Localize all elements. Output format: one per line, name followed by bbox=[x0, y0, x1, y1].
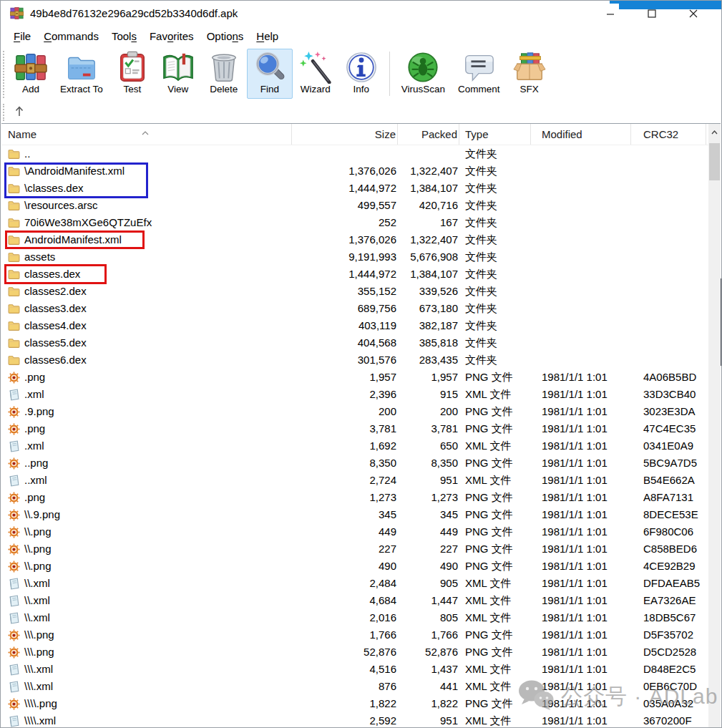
minimize-button[interactable] bbox=[590, 1, 631, 26]
file-size: 1,273 bbox=[292, 489, 398, 506]
table-row[interactable]: .png1,9571,957PNG 文件1981/1/1 1:014A06B5B… bbox=[1, 369, 708, 386]
column-header-size[interactable]: Size bbox=[292, 124, 398, 145]
menu-commands[interactable]: Commands bbox=[37, 28, 105, 44]
menu-favorites[interactable]: Favorites bbox=[143, 28, 200, 44]
column-header-type[interactable]: Type bbox=[459, 124, 531, 145]
png-icon bbox=[8, 423, 20, 435]
address-bar[interactable] bbox=[1, 102, 721, 123]
file-size: 1,444,972 bbox=[292, 180, 398, 197]
file-size: 227 bbox=[292, 540, 398, 558]
table-row[interactable]: \\.png449449PNG 文件1981/1/1 1:016F980C06 bbox=[1, 523, 708, 540]
folder-icon bbox=[8, 286, 20, 298]
file-modified: 1981/1/1 1:01 bbox=[531, 558, 631, 575]
table-row[interactable]: \\\.png1,7661,766PNG 文件1981/1/1 1:01D5F3… bbox=[1, 626, 708, 644]
add-button[interactable]: Add bbox=[8, 49, 54, 99]
file-crc32 bbox=[631, 283, 706, 300]
file-name: .9.png bbox=[24, 403, 54, 420]
table-row[interactable]: \\.9.png345345PNG 文件1981/1/1 1:018DECE53… bbox=[1, 506, 708, 523]
table-row[interactable]: \AndroidManifest.xml1,376,0261,322,407文件… bbox=[1, 162, 708, 180]
sfx-button[interactable]: SFX bbox=[507, 49, 552, 99]
file-packed: 1,384,107 bbox=[398, 180, 459, 197]
file-modified: 1981/1/1 1:01 bbox=[531, 644, 631, 661]
file-packed: 52,876 bbox=[398, 644, 459, 661]
file-type: XML 文件 bbox=[459, 472, 531, 489]
table-row[interactable]: classes3.dex689,756673,180文件夹 bbox=[1, 300, 708, 317]
table-row[interactable]: ..xml2,724951XML 文件1981/1/1 1:01B54E662A bbox=[1, 472, 708, 489]
table-row[interactable]: \\\\.xml2,592951XML 文件1981/1/1 1:0136702… bbox=[1, 712, 708, 727]
file-name: \\\\.png bbox=[24, 695, 57, 712]
view-button[interactable]: View bbox=[155, 49, 201, 99]
table-row[interactable]: \\.png490490PNG 文件1981/1/1 1:014CE92B29 bbox=[1, 558, 708, 575]
file-name: AndroidManifest.xml bbox=[24, 231, 122, 248]
table-row[interactable]: \\\\.png1,8221,822PNG 文件1981/1/1 1:01035… bbox=[1, 695, 708, 712]
close-button[interactable] bbox=[673, 1, 714, 26]
table-row[interactable]: \\.png227227PNG 文件1981/1/1 1:01C858BED6 bbox=[1, 540, 708, 558]
file-size: 689,756 bbox=[292, 300, 398, 317]
table-row[interactable]: assets9,191,9935,676,908文件夹 bbox=[1, 248, 708, 266]
find-button[interactable]: Find bbox=[247, 49, 293, 99]
cell-name: .xml bbox=[1, 386, 292, 403]
table-row[interactable]: .png1,2731,273PNG 文件1981/1/1 1:01A8FA713… bbox=[1, 489, 708, 506]
maximize-button[interactable] bbox=[631, 1, 673, 26]
table-row[interactable]: ..png8,3508,350PNG 文件1981/1/1 1:015BC9A7… bbox=[1, 455, 708, 472]
file-size: 9,191,993 bbox=[292, 248, 398, 266]
table-row[interactable]: ..文件夹 bbox=[1, 145, 708, 162]
table-row[interactable]: \resources.arsc499,557420,716文件夹 bbox=[1, 197, 708, 214]
table-row[interactable]: \\.xml4,6841,447XML 文件1981/1/1 1:01EA732… bbox=[1, 592, 708, 609]
table-row[interactable]: \\\.xml876441XML 文件1981/1/1 1:010EB6C70D bbox=[1, 678, 708, 695]
menu-file[interactable]: File bbox=[7, 28, 37, 44]
virusscan-button[interactable]: VirusScan bbox=[395, 49, 452, 99]
table-row[interactable]: classes5.dex404,568385,818文件夹 bbox=[1, 334, 708, 351]
table-row[interactable]: .9.png200200PNG 文件1981/1/1 1:013023E3DA bbox=[1, 403, 708, 420]
xml-icon bbox=[8, 389, 20, 401]
menu-help[interactable]: Help bbox=[250, 28, 285, 44]
column-header-modified[interactable]: Modified bbox=[531, 124, 631, 145]
delete-button[interactable]: Delete bbox=[201, 49, 247, 99]
folder-icon bbox=[8, 148, 20, 160]
png-icon bbox=[8, 372, 20, 384]
table-row[interactable]: classes6.dex301,576283,435文件夹 bbox=[1, 351, 708, 369]
file-crc32 bbox=[631, 317, 706, 334]
file-packed: 1,322,407 bbox=[398, 231, 459, 248]
vertical-scrollbar[interactable] bbox=[708, 124, 721, 727]
test-button[interactable]: Test bbox=[109, 49, 155, 99]
table-row[interactable]: \\\.png52,87652,876PNG 文件1981/1/1 1:01D5… bbox=[1, 644, 708, 661]
table-row[interactable]: \\\.xml4,5161,437XML 文件1981/1/1 1:01D848… bbox=[1, 661, 708, 678]
file-name: classes5.dex bbox=[24, 334, 87, 351]
extract-to-button[interactable]: Extract To bbox=[54, 49, 109, 99]
file-packed: 200 bbox=[398, 403, 459, 420]
table-row[interactable]: \\.xml2,484905XML 文件1981/1/1 1:01DFDAEAB… bbox=[1, 575, 708, 592]
scrollbar-up-icon[interactable] bbox=[708, 124, 721, 140]
window-title: 49b4e8d76132e296a29cd52b3340d6df.apk bbox=[30, 7, 238, 19]
comment-button[interactable]: Comment bbox=[452, 49, 507, 99]
file-size: 490 bbox=[292, 558, 398, 575]
file-crc32: EA7326AE bbox=[631, 592, 706, 609]
cell-name: classes6.dex bbox=[1, 351, 292, 369]
column-header-crc32[interactable]: CRC32 bbox=[631, 124, 706, 145]
folder-icon bbox=[8, 251, 20, 263]
info-button[interactable]: Info bbox=[338, 49, 384, 99]
up-one-level-icon[interactable] bbox=[14, 105, 25, 121]
table-row[interactable]: .xml1,692650XML 文件1981/1/1 1:010341E0A9 bbox=[1, 437, 708, 455]
column-header-packed[interactable]: Packed bbox=[398, 124, 459, 145]
table-row[interactable]: 70i6We38mXGe6QTZuEfx252167文件夹 bbox=[1, 214, 708, 231]
table-row[interactable]: \classes.dex1,444,9721,384,107文件夹 bbox=[1, 180, 708, 197]
table-row[interactable]: .png3,7813,781PNG 文件1981/1/1 1:0147C4EC3… bbox=[1, 420, 708, 437]
table-row[interactable]: \\.xml2,016805XML 文件1981/1/1 1:0118DB5C6… bbox=[1, 609, 708, 626]
cell-name: assets bbox=[1, 248, 292, 266]
wizard-button[interactable]: Wizard bbox=[293, 49, 338, 99]
file-modified: 1981/1/1 1:01 bbox=[531, 626, 631, 644]
table-row[interactable]: classes.dex1,444,9721,384,107文件夹 bbox=[1, 266, 708, 283]
table-row[interactable]: .xml2,396915XML 文件1981/1/1 1:0133D3CB40 bbox=[1, 386, 708, 403]
file-modified: 1981/1/1 1:01 bbox=[531, 420, 631, 437]
table-row[interactable]: classes4.dex403,119382,187文件夹 bbox=[1, 317, 708, 334]
menu-tools[interactable]: Tools bbox=[105, 28, 143, 44]
png-icon bbox=[8, 629, 20, 641]
table-row[interactable]: AndroidManifest.xml1,376,0261,322,407文件夹 bbox=[1, 231, 708, 248]
table-row[interactable]: classes2.dex355,152339,526文件夹 bbox=[1, 283, 708, 300]
png-icon bbox=[8, 509, 20, 521]
menu-options[interactable]: Options bbox=[200, 28, 250, 44]
file-type: XML 文件 bbox=[459, 575, 531, 592]
file-modified bbox=[531, 214, 631, 231]
scrollbar-thumb[interactable] bbox=[709, 143, 720, 180]
